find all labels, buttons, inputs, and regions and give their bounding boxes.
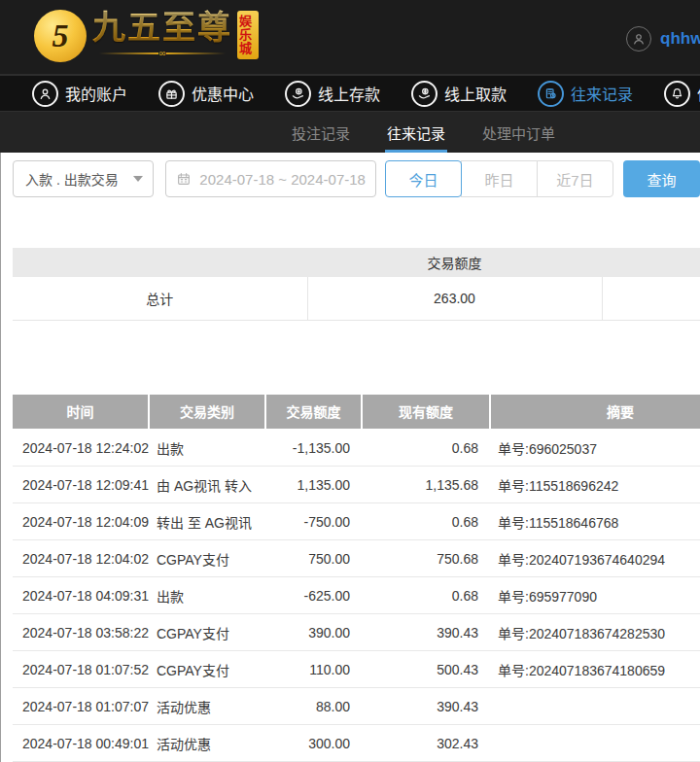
table-cell: 2024-07-18 12:09:41 <box>13 467 149 503</box>
nav-item[interactable]: 线上存款 <box>285 81 380 107</box>
table-cell: 750.00 <box>265 540 362 577</box>
table-cell: 750.68 <box>362 540 490 577</box>
nav-item[interactable]: 优惠中心 <box>158 81 254 107</box>
site-logo[interactable]: 5 九五至尊 ∞ 娱乐城 <box>34 8 259 62</box>
column-header-time: 时间 <box>13 395 149 430</box>
transaction-type-value: 入款 . 出款交易 <box>25 169 133 189</box>
transaction-type-select[interactable]: 入款 . 出款交易 <box>13 160 154 197</box>
tab-item[interactable]: 处理中订单 <box>482 112 555 153</box>
table-cell: 1,135.00 <box>265 467 362 503</box>
summary-header-spacer <box>602 248 700 277</box>
deposit-icon <box>285 81 311 107</box>
logo-text-block: 九五至尊 ∞ <box>92 8 232 58</box>
calendar-icon <box>176 171 192 187</box>
table-cell: 1,135.68 <box>362 467 490 503</box>
summary-table: 交易额度 总计 263.00 <box>13 248 700 321</box>
table-cell: 390.43 <box>362 688 490 725</box>
summary-total-amount: 263.00 <box>307 277 602 320</box>
table-cell <box>490 725 700 762</box>
logo-flourish-icon: ∞ <box>99 49 226 58</box>
table-cell: 转出 至 AG视讯 <box>149 503 265 540</box>
gift-icon <box>158 81 185 107</box>
quick-range-group: 今日昨日近7日 <box>385 160 613 197</box>
table-row: 2024-07-18 00:49:01活动优惠300.00302.43 <box>13 725 700 762</box>
top-header: 5 九五至尊 ∞ 娱乐城 qhhw <box>0 0 700 74</box>
summary-total-spacer <box>602 277 700 320</box>
tab-item[interactable]: 往来记录 <box>387 112 445 153</box>
username-label: qhhw <box>660 29 700 49</box>
logo-badge: 娱乐城 <box>237 11 259 59</box>
transactions-table: 时间 交易类别 交易额度 现有额度 摘要 2024-07-18 12:24:02… <box>13 395 700 762</box>
table-cell: 单号:695977090 <box>490 577 700 614</box>
tab-item[interactable]: 投注记录 <box>292 112 350 153</box>
table-cell: CGPAY支付 <box>149 614 265 651</box>
table-cell: 0.68 <box>362 503 490 540</box>
table-cell: 单号:696025037 <box>490 430 700 467</box>
table-cell: 2024-07-18 12:04:09 <box>13 503 149 540</box>
table-cell: 390.43 <box>362 614 490 651</box>
user-avatar-icon <box>626 26 651 52</box>
nav-item[interactable]: 线上取款 <box>411 81 507 107</box>
nav-item-label: 线上取款 <box>444 82 507 105</box>
date-range-value: 2024-07-18 ~ 2024-07-18 <box>199 171 366 188</box>
query-button[interactable]: 查询 <box>623 160 700 197</box>
table-row: 2024-07-18 12:04:09转出 至 AG视讯-750.000.68单… <box>13 503 700 540</box>
table-cell: -625.00 <box>265 577 362 614</box>
column-header-memo: 摘要 <box>490 395 700 430</box>
table-cell: 2024-07-18 12:24:02 <box>13 430 149 467</box>
table-cell: 活动优惠 <box>149 688 265 725</box>
column-header-type: 交易类别 <box>149 395 265 430</box>
table-cell: 2024-07-18 01:07:52 <box>13 651 149 688</box>
quick-range-button[interactable]: 近7日 <box>537 160 613 197</box>
user-area[interactable]: qhhw <box>626 26 700 52</box>
table-cell: 出款 <box>149 577 265 614</box>
record-tabs: 投注记录往来记录处理中订单 <box>0 111 700 153</box>
table-row: 2024-07-18 01:07:07活动优惠88.00390.43 <box>13 688 700 725</box>
table-cell: 2024-07-18 12:04:02 <box>13 540 149 577</box>
table-row: 2024-07-18 12:04:02CGPAY支付750.00750.68单号… <box>13 540 700 577</box>
table-cell: CGPAY支付 <box>149 540 265 577</box>
transactions-header-row: 时间 交易类别 交易额度 现有额度 摘要 <box>13 395 700 430</box>
table-cell: 单号:115518646768 <box>490 503 700 540</box>
table-cell: 302.43 <box>362 725 490 762</box>
table-cell: 2024-07-18 03:58:22 <box>13 614 149 651</box>
table-cell: 500.43 <box>362 651 490 688</box>
table-cell: 单号:202407183674282530 <box>490 614 700 651</box>
main-nav: 我的账户优惠中心线上存款线上取款往来记录信息 <box>0 74 700 111</box>
table-cell: 0.68 <box>362 577 490 614</box>
filter-bar: 入款 . 出款交易 2024-07-18 ~ 2024-07-18 今日昨日近7… <box>1 153 700 197</box>
nav-item[interactable]: 往来记录 <box>538 81 633 107</box>
table-cell: 390.00 <box>265 614 362 651</box>
table-cell: 单号:115518696242 <box>490 467 700 503</box>
table-cell: 单号:202407193674640294 <box>490 540 700 577</box>
summary-header-label: 交易额度 <box>307 248 602 277</box>
nav-item[interactable]: 信息 <box>664 81 700 107</box>
nav-item-label: 线上存款 <box>318 82 380 105</box>
quick-range-button[interactable]: 今日 <box>385 160 462 197</box>
table-cell: 2024-07-18 00:49:01 <box>13 725 149 762</box>
table-row: 2024-07-18 03:58:22CGPAY支付390.00390.43单号… <box>13 614 700 651</box>
chevron-down-icon <box>133 176 143 182</box>
table-cell: 88.00 <box>265 688 362 725</box>
nav-item-label: 优惠中心 <box>192 82 254 105</box>
table-cell: 活动优惠 <box>149 725 265 762</box>
quick-range-button[interactable]: 昨日 <box>461 160 538 197</box>
table-row: 2024-07-18 04:09:31出款-625.000.68单号:69597… <box>13 577 700 614</box>
transactions-body: 2024-07-18 12:24:02出款-1,135.000.68单号:696… <box>13 430 700 762</box>
records-icon <box>538 81 564 107</box>
table-cell: CGPAY支付 <box>149 651 265 688</box>
nav-item[interactable]: 我的账户 <box>32 81 127 107</box>
bell-icon <box>664 81 690 107</box>
content-area: 入款 . 出款交易 2024-07-18 ~ 2024-07-18 今日昨日近7… <box>0 153 700 762</box>
table-cell: 单号:202407183674180659 <box>490 651 700 688</box>
table-row: 2024-07-18 12:24:02出款-1,135.000.68单号:696… <box>13 430 700 467</box>
table-cell: 0.68 <box>362 430 490 467</box>
nav-item-label: 往来记录 <box>571 82 633 105</box>
table-cell: -750.00 <box>265 503 362 540</box>
table-row: 2024-07-18 12:09:41由 AG视讯 转入1,135.001,13… <box>13 467 700 503</box>
date-range-input[interactable]: 2024-07-18 ~ 2024-07-18 <box>165 160 376 197</box>
nav-item-label: 我的账户 <box>65 82 127 105</box>
summary-total-row: 总计 263.00 <box>13 277 700 320</box>
summary-header-spacer <box>13 248 307 277</box>
logo-title: 九五至尊 <box>92 8 232 48</box>
